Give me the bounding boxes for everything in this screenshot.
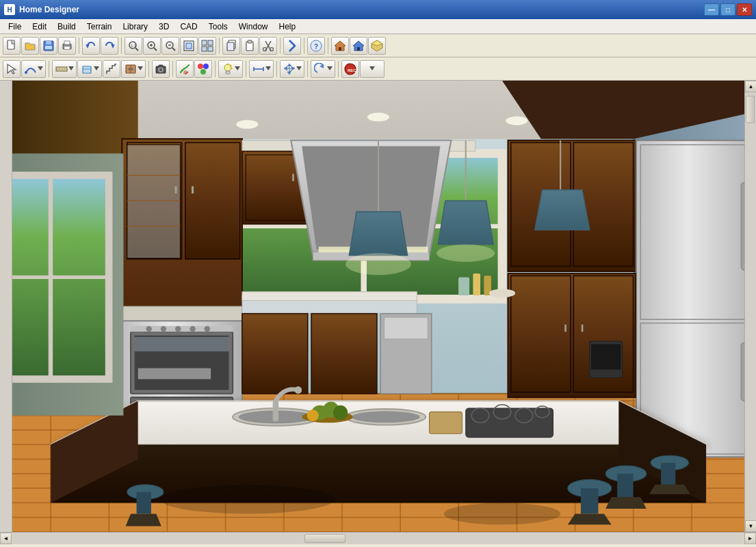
svg-marker-154 xyxy=(438,201,493,245)
house-exterior-button[interactable] xyxy=(350,37,367,55)
stairs-tool[interactable] xyxy=(103,60,120,78)
svg-marker-152 xyxy=(349,212,407,256)
svg-rect-114 xyxy=(138,368,211,379)
move-tool[interactable] xyxy=(280,60,304,78)
print-button[interactable] xyxy=(58,37,76,55)
separator-t2-1 xyxy=(49,61,49,77)
scroll-down-button[interactable]: ▼ xyxy=(745,520,756,532)
svg-point-157 xyxy=(346,253,411,275)
material-tool[interactable] xyxy=(194,60,212,78)
house-3d-button[interactable] xyxy=(368,37,386,55)
svg-rect-55 xyxy=(159,65,163,67)
scroll-track[interactable] xyxy=(745,92,756,520)
separator-1 xyxy=(79,38,79,54)
wall-tool[interactable] xyxy=(52,60,77,78)
separator-t2-5 xyxy=(246,61,246,77)
separator-t2-6 xyxy=(276,61,277,77)
svg-point-161 xyxy=(506,116,527,125)
rotate-tool[interactable] xyxy=(311,60,335,78)
redo-button[interactable] xyxy=(101,37,118,55)
rec-dropdown[interactable] xyxy=(360,60,384,78)
scroll-right-button[interactable]: ► xyxy=(744,533,756,544)
svg-rect-6 xyxy=(64,46,70,49)
separator-t2-7 xyxy=(307,61,308,77)
svg-rect-26 xyxy=(248,40,252,43)
svg-rect-195 xyxy=(458,277,469,295)
menu-terrain[interactable]: Terrain xyxy=(81,21,118,33)
svg-marker-73 xyxy=(327,66,333,70)
menu-bar: File Edit Build Terrain Library 3D CAD T… xyxy=(0,19,756,34)
svg-marker-190 xyxy=(649,485,690,494)
minimize-button[interactable]: — xyxy=(704,3,719,16)
svg-line-15 xyxy=(172,48,175,51)
separator-6 xyxy=(328,38,328,54)
copy-button[interactable] xyxy=(222,37,240,55)
close-button[interactable]: ✕ xyxy=(737,3,752,16)
svg-rect-34 xyxy=(339,47,341,51)
svg-rect-140 xyxy=(741,183,744,270)
toolbar-1: 1:1 ? xyxy=(0,34,756,57)
zoom-fit-button[interactable] xyxy=(180,37,198,55)
zoom-realsize-button[interactable]: 1:1 xyxy=(125,37,142,55)
undo-button[interactable] xyxy=(82,37,100,55)
object-tool[interactable] xyxy=(77,60,102,78)
kitchen-scene xyxy=(12,81,744,532)
delete-button[interactable] xyxy=(283,37,301,55)
select-tool[interactable] xyxy=(3,60,21,78)
dimension-tool[interactable] xyxy=(249,60,274,78)
hscroll-thumb[interactable] xyxy=(304,534,346,543)
svg-marker-52 xyxy=(138,66,143,70)
open-button[interactable] xyxy=(21,37,39,55)
camera-tool[interactable] xyxy=(152,60,170,78)
scroll-up-button[interactable]: ▲ xyxy=(745,81,756,92)
separator-t2-8 xyxy=(338,61,339,77)
zoom-in-button[interactable] xyxy=(143,37,161,55)
menu-tools[interactable]: Tools xyxy=(203,21,233,33)
paste-button[interactable] xyxy=(241,37,259,55)
menu-build[interactable]: Build xyxy=(52,21,81,33)
svg-marker-156 xyxy=(535,190,590,230)
house-view-button[interactable] xyxy=(331,37,349,55)
zoom-out-button[interactable] xyxy=(161,37,179,55)
window-title: Home Designer xyxy=(19,5,704,14)
menu-3d[interactable]: 3D xyxy=(153,21,174,33)
svg-rect-5 xyxy=(64,41,70,44)
status-bar xyxy=(0,544,756,547)
hscroll-track[interactable] xyxy=(12,533,744,544)
svg-point-40 xyxy=(25,71,27,74)
menu-file[interactable]: File xyxy=(3,21,27,33)
svg-point-109 xyxy=(146,326,152,332)
svg-rect-189 xyxy=(661,463,675,485)
scroll-thumb[interactable] xyxy=(746,96,755,123)
maximize-button[interactable]: □ xyxy=(720,3,735,16)
viewport[interactable] xyxy=(12,81,744,532)
help-button[interactable]: ? xyxy=(307,37,325,55)
svg-point-180 xyxy=(333,405,348,420)
toolbar-2: REC xyxy=(0,57,756,81)
menu-cad[interactable]: CAD xyxy=(174,21,203,33)
record-button[interactable]: REC xyxy=(341,60,359,78)
scroll-left-button[interactable]: ◄ xyxy=(0,533,12,544)
light-tool[interactable] xyxy=(218,60,243,78)
new-button[interactable] xyxy=(3,37,21,55)
cabinet-tool[interactable] xyxy=(121,60,146,78)
view-all-button[interactable] xyxy=(198,37,216,55)
svg-point-169 xyxy=(295,386,302,394)
menu-help[interactable]: Help xyxy=(273,21,301,33)
svg-rect-127 xyxy=(242,314,308,394)
menu-window[interactable]: Window xyxy=(233,21,274,33)
svg-text:REC: REC xyxy=(348,68,356,72)
paint-tool[interactable] xyxy=(176,60,194,78)
svg-rect-21 xyxy=(202,46,207,51)
arc-tool[interactable] xyxy=(21,60,46,78)
svg-rect-186 xyxy=(617,474,633,497)
save-button[interactable] xyxy=(40,37,57,55)
svg-rect-143 xyxy=(511,276,571,392)
svg-rect-19 xyxy=(202,40,207,45)
cut-button[interactable] xyxy=(259,37,277,55)
menu-edit[interactable]: Edit xyxy=(27,21,52,33)
svg-rect-22 xyxy=(208,46,213,51)
separator-3 xyxy=(219,38,220,54)
svg-rect-97 xyxy=(127,145,181,258)
menu-library[interactable]: Library xyxy=(117,21,153,33)
